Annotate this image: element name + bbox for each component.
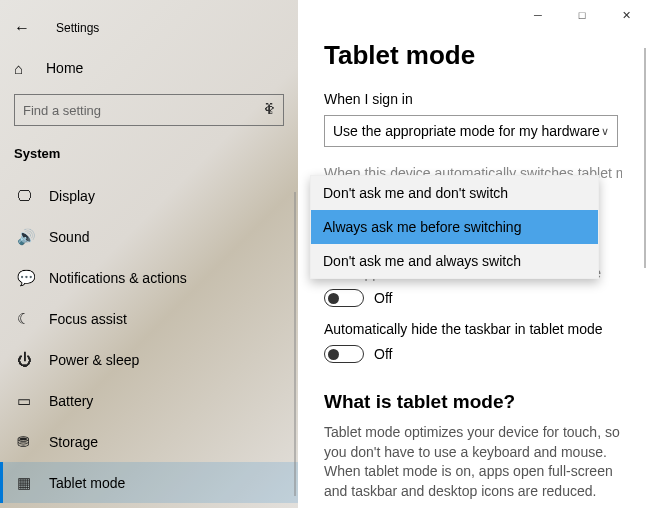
sidebar-item-storage[interactable]: ⛃ Storage <box>0 421 298 462</box>
dropdown-option-2[interactable]: Don't ask me and always switch <box>311 244 598 278</box>
search-input[interactable] <box>14 94 284 126</box>
category-label: System <box>0 136 298 175</box>
notifications-icon: 💬 <box>17 269 39 287</box>
sidebar-item-tablet-mode[interactable]: ▦ Tablet mode <box>0 462 298 503</box>
nav-label: Storage <box>49 434 98 450</box>
power-icon: ⏻ <box>17 351 39 368</box>
app-title: Settings <box>56 21 99 35</box>
dropdown-option-1[interactable]: Always ask me before switching <box>311 210 598 244</box>
tablet-mode-icon: ▦ <box>17 474 39 492</box>
sidebar-item-display[interactable]: 🖵 Display <box>0 175 298 216</box>
page-title: Tablet mode <box>324 40 622 71</box>
nav-label: Tablet mode <box>49 475 125 491</box>
what-body: Tablet mode optimizes your device for to… <box>324 423 622 501</box>
display-icon: 🖵 <box>17 187 39 204</box>
sidebar-item-focus-assist[interactable]: ☾ Focus assist <box>0 298 298 339</box>
nav-label: Sound <box>49 229 89 245</box>
search-icon[interactable]: ⷄ <box>262 101 276 117</box>
sidebar-scrollbar[interactable] <box>294 192 296 496</box>
signin-value: Use the appropriate mode for my hardware <box>333 123 600 139</box>
battery-icon: ▭ <box>17 392 39 410</box>
hide-taskbar-state: Off <box>374 346 392 362</box>
sidebar-item-battery[interactable]: ▭ Battery <box>0 380 298 421</box>
window-close-button[interactable]: ✕ <box>604 0 648 30</box>
sidebar-item-power[interactable]: ⏻ Power & sleep <box>0 339 298 380</box>
chevron-down-icon: ∨ <box>601 125 609 138</box>
sidebar: ← Settings ⌂ Home ⷄ System 🖵 Display 🔊 S… <box>0 0 298 508</box>
sound-icon: 🔊 <box>17 228 39 246</box>
content-scrollbar[interactable] <box>644 48 646 268</box>
sidebar-home[interactable]: ⌂ Home <box>0 48 298 88</box>
home-icon: ⌂ <box>14 60 36 77</box>
storage-icon: ⛃ <box>17 433 39 451</box>
signin-combobox[interactable]: Use the appropriate mode for my hardware… <box>324 115 618 147</box>
switch-mode-dropdown[interactable]: Don't ask me and don't switch Always ask… <box>310 175 599 279</box>
signin-label: When I sign in <box>324 91 622 107</box>
window-maximize-button[interactable]: □ <box>560 0 604 30</box>
focus-assist-icon: ☾ <box>17 310 39 328</box>
nav-label: Focus assist <box>49 311 127 327</box>
home-label: Home <box>46 60 83 76</box>
nav-label: Power & sleep <box>49 352 139 368</box>
window-minimize-button[interactable]: ─ <box>516 0 560 30</box>
hide-taskbar-toggle[interactable] <box>324 345 364 363</box>
sidebar-item-sound[interactable]: 🔊 Sound <box>0 216 298 257</box>
hide-icons-toggle[interactable] <box>324 289 364 307</box>
back-arrow-icon[interactable]: ← <box>14 19 38 37</box>
nav-label: Battery <box>49 393 93 409</box>
hide-icons-state: Off <box>374 290 392 306</box>
nav-list: 🖵 Display 🔊 Sound 💬 Notifications & acti… <box>0 175 298 508</box>
sidebar-item-notifications[interactable]: 💬 Notifications & actions <box>0 257 298 298</box>
hide-taskbar-label: Automatically hide the taskbar in tablet… <box>324 321 622 337</box>
what-header: What is tablet mode? <box>324 391 622 413</box>
nav-label: Display <box>49 188 95 204</box>
nav-label: Notifications & actions <box>49 270 187 286</box>
dropdown-option-0[interactable]: Don't ask me and don't switch <box>311 176 598 210</box>
